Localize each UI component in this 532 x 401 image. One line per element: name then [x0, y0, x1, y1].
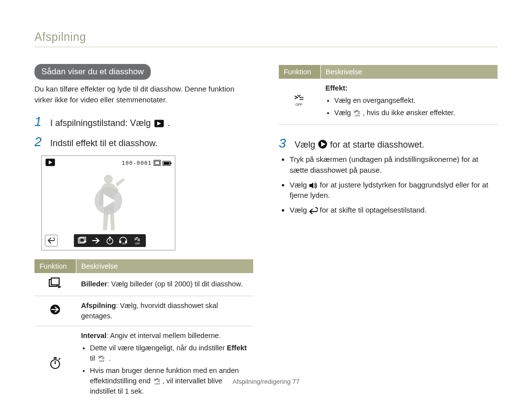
heading-pill: Sådan viser du et diasshow: [34, 64, 151, 80]
row-afspilning: Afspilning: Vælg, hvorvidt diasshowet sk…: [76, 296, 254, 326]
card-icon: [154, 159, 161, 168]
effect-off-icon[interactable]: OFF: [132, 236, 143, 246]
svg-text:OFF: OFF: [296, 103, 302, 106]
music-off-icon[interactable]: OFF: [118, 236, 129, 246]
right-column: Funktion Beskrivelse OFF Effekt: Vælg en…: [279, 64, 498, 401]
step3-bullets: Tryk på skærmen (undtagen på indstilling…: [279, 154, 498, 216]
effekt-b2-pre: Vælg: [334, 109, 353, 117]
svg-text:OFF: OFF: [355, 114, 361, 117]
bullet-switch: Vælg for at skifte til optagelsestilstan…: [290, 205, 498, 216]
function-table-right: Funktion Beskrivelse OFF Effekt: Vælg en…: [279, 65, 498, 125]
file-counter: 100-0001: [122, 160, 152, 166]
play-indicator-icon: [45, 158, 55, 168]
step-number: 2: [34, 134, 45, 150]
svg-rect-27: [54, 357, 57, 359]
interval-icon[interactable]: [104, 236, 115, 246]
row-interval: Interval: Angiv et interval mellem bille…: [76, 326, 254, 401]
step1-post: .: [167, 118, 170, 128]
row-effekt: Effekt: Vælg en overgangseffekt. Vælg OF…: [321, 79, 498, 125]
return-icon: [309, 207, 318, 214]
svg-rect-22: [51, 278, 59, 285]
page-footer: Afspilning/redigering 77: [0, 378, 532, 385]
step-1: 1 I afspilningstilstand: Vælg .: [34, 114, 253, 129]
left-column: Sådan viser du et diasshow Du kan tilfør…: [34, 64, 253, 401]
section-title: Afspilning: [34, 31, 498, 47]
svg-marker-38: [309, 183, 313, 188]
r3-b1-bold: Effekt: [227, 344, 247, 352]
row-billeder: Billeder: Vælg billeder (op til 2000) ti…: [76, 273, 254, 296]
svg-rect-8: [164, 162, 169, 165]
images-icon[interactable]: [77, 236, 88, 246]
arrow-right-icon: [34, 296, 76, 326]
toolbar: OFF OFF: [74, 234, 146, 247]
lead-text: Du kan tilføre effekter og lyde til dit …: [34, 84, 253, 105]
bullet-pause: Tryk på skærmen (undtagen på indstilling…: [290, 154, 498, 176]
step-text: Vælg for at starte diasshowet.: [295, 139, 424, 150]
r3-b1-post-post: .: [109, 354, 111, 362]
th-funktion: Funktion: [279, 65, 321, 79]
arrow-right-icon[interactable]: [91, 236, 101, 246]
svg-marker-10: [103, 194, 115, 208]
battery-icon: [163, 159, 171, 168]
effekt-b2-post: , hvis du ikke ønsker effekter.: [363, 109, 455, 117]
effect-off-icon: OFF: [97, 355, 107, 362]
volume-icon: [309, 182, 318, 189]
step-3: 3 Vælg for at starte diasshowet.: [279, 136, 498, 151]
play-button[interactable]: [95, 187, 122, 215]
effect-off-icon: OFF: [279, 79, 321, 125]
svg-line-28: [59, 358, 60, 360]
effekt-b1: Vælg en overgangseffekt.: [334, 95, 493, 106]
camera-screenshot: 100-0001: [41, 155, 175, 250]
interval-icon: [34, 326, 76, 401]
step3-post: for at starte diasshowet.: [330, 140, 424, 150]
th-beskrivelse: Beskrivelse: [76, 259, 254, 273]
slideshow-icon: [154, 120, 164, 127]
bullet-volume: Vælg for at justere lydstyrken for baggr…: [290, 180, 498, 201]
effect-off-icon: OFF: [353, 110, 363, 117]
svg-rect-7: [170, 162, 171, 164]
play-circle-icon: [318, 139, 328, 149]
step-text: Indstil effekt til et diasshow.: [50, 138, 158, 149]
step-number: 3: [279, 136, 290, 151]
svg-text:OFF: OFF: [135, 242, 140, 245]
svg-marker-23: [58, 285, 62, 288]
r3-b1-pre: Dette vil være tilgængeligt, når du inds…: [90, 344, 227, 352]
th-funktion: Funktion: [34, 259, 76, 273]
svg-rect-17: [119, 241, 121, 243]
th-beskrivelse: Beskrivelse: [321, 65, 498, 79]
images-icon: [34, 273, 76, 296]
r3-b1-post-pre: til: [90, 354, 98, 362]
step3-pre: Vælg: [295, 140, 318, 150]
svg-rect-5: [155, 161, 160, 164]
step-2: 2 Indstil effekt til et diasshow.: [34, 134, 253, 150]
step-number: 1: [34, 114, 45, 129]
step1-pre: I afspilningstilstand: Vælg: [50, 118, 153, 128]
svg-point-9: [104, 175, 113, 184]
svg-text:OFF: OFF: [122, 242, 127, 245]
step-text: I afspilningstilstand: Vælg .: [50, 118, 170, 128]
back-button[interactable]: [45, 235, 58, 247]
svg-rect-16: [109, 237, 111, 238]
svg-text:OFF: OFF: [99, 360, 105, 362]
